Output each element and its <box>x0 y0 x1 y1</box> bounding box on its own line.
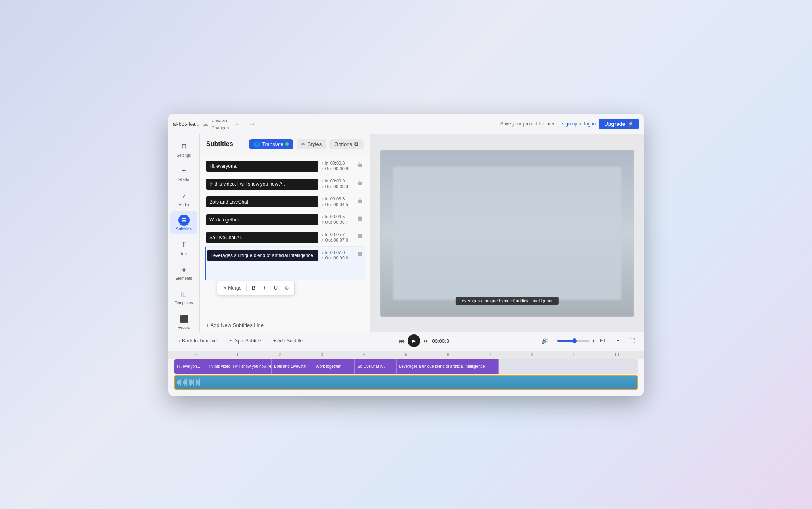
split-subtitle-button[interactable]: ✂ Split Subtitle <box>225 336 265 346</box>
timeline-tracks: Hi, everyon... In this video, I will sho… <box>168 359 644 390</box>
italic-button[interactable]: I <box>259 283 270 293</box>
delete-subtitle-4[interactable]: 🗑 <box>356 214 364 222</box>
wave-bar <box>199 378 200 386</box>
sidebar-item-media[interactable]: + Media <box>170 162 197 185</box>
styles-tab[interactable]: ✏ Styles <box>297 139 326 149</box>
time-in-3: 00:03.3 <box>330 196 345 201</box>
zoom-out-button[interactable]: − <box>552 338 555 344</box>
clip-6[interactable]: Leverages a unique blend of artificial i… <box>397 359 499 374</box>
sidebar-item-record[interactable]: ⬛ Record <box>170 310 197 332</box>
styles-label: Styles <box>308 141 322 147</box>
merge-button[interactable]: ✕ Merge <box>220 284 245 292</box>
unsaved-text: Unsaved Changes <box>211 118 229 130</box>
ruler-2: 2 <box>259 353 301 357</box>
delete-subtitle-5[interactable]: 🗑 <box>356 232 364 240</box>
translate-tab[interactable]: 🌐 Translate <box>249 139 293 149</box>
delete-subtitle-1[interactable]: 🗑 <box>356 161 364 169</box>
subtitle-text-4[interactable]: Work together. <box>206 214 318 225</box>
underline-button[interactable]: U <box>270 283 281 293</box>
skip-forward-button[interactable]: ⏭ <box>423 338 429 344</box>
translate-label: Translate <box>262 141 283 147</box>
time-out-3: 00:04.5 <box>333 202 348 207</box>
subtitle-timing-3: ↓In00:03.3 ↑Out00:04.5 <box>322 196 353 207</box>
subtitle-text-2[interactable]: In this video, I will show you how AI. <box>206 179 318 190</box>
time-in-5: 00:05.7 <box>330 232 345 237</box>
sidebar-label-text: Text <box>180 252 187 256</box>
volume-button[interactable]: 🔊 <box>541 338 548 344</box>
sidebar-item-audio[interactable]: ♪ Audio <box>170 187 197 210</box>
clip-2[interactable]: In this video, I will show you how AI. <box>207 359 272 374</box>
subtitle-text-5[interactable]: So LiveChat AI. <box>206 232 318 243</box>
translate-dot <box>285 142 289 146</box>
subtitle-text-6[interactable]: Leverages a unique blend of artificial i… <box>207 250 318 261</box>
sidebar-item-subtitles[interactable]: ☰ Subtitles <box>170 211 197 234</box>
add-subtitle-line-button[interactable]: + Add New Subtitles Line <box>200 318 370 332</box>
cloud-icon: ☁ <box>203 121 208 127</box>
delete-subtitle-2[interactable]: 🗑 <box>356 179 364 186</box>
audio-track[interactable] <box>174 375 638 390</box>
clip-5[interactable]: So LiveChat AI. <box>355 359 396 374</box>
play-button[interactable]: ▶ <box>408 334 420 347</box>
bold-button[interactable]: B <box>248 283 259 293</box>
waveform-button[interactable]: 〜 <box>611 335 622 346</box>
clip-4[interactable]: Work together. <box>313 359 355 374</box>
clip-1[interactable]: Hi, everyon... <box>174 359 207 374</box>
clip-3[interactable]: Bots and LiveChat. <box>272 359 313 374</box>
subtitle-item-2[interactable]: In this video, I will show you how AI. ↓… <box>205 175 365 193</box>
subtitle-item-3[interactable]: Bots and LiveChat. ↓In00:03.3 ↑Out00:04.… <box>205 193 365 211</box>
ruler-9: 9 <box>553 353 596 357</box>
emoji-button[interactable]: ☺ <box>282 283 292 293</box>
time-in-1: 00:00.3 <box>330 161 345 165</box>
panel-title: Subtitles <box>206 140 246 148</box>
add-subtitle-button[interactable]: + Add Subtitle <box>269 336 306 346</box>
zoom-in-button[interactable]: + <box>592 338 595 344</box>
app-window: ai-bot-live... ☁ Unsaved Changes ↩ ↪ Sav… <box>168 114 644 396</box>
sidebar-item-templates[interactable]: ⊞ Templates <box>170 285 197 308</box>
subtitle-text-3[interactable]: Bots and LiveChat. <box>206 196 318 207</box>
fit-button[interactable]: Fit <box>598 337 607 344</box>
skip-back-button[interactable]: ⏮ <box>399 338 404 344</box>
sidebar-label-settings: Settings <box>176 153 191 158</box>
subtitle-timing-4: ↓In00:04.5 ↑Out00:05.7 <box>322 214 353 225</box>
undo-button[interactable]: ↩ <box>232 118 243 129</box>
wave-bar <box>193 379 194 386</box>
ruler-8: 8 <box>511 353 553 357</box>
ruler-5: 5 <box>385 353 427 357</box>
delete-subtitle-6[interactable]: 🗑 <box>356 250 364 258</box>
subtitle-item-4[interactable]: Work together. ↓In00:04.5 ↑Out00:05.7 🗑 <box>205 211 365 229</box>
project-name: ai-bot-live... <box>173 121 199 127</box>
back-to-timeline-button[interactable]: ‹ Back to Timeline <box>174 336 221 346</box>
wave-bar <box>198 380 199 385</box>
upgrade-label: Upgrade <box>604 121 625 127</box>
text-icon: T <box>178 239 190 250</box>
redo-button[interactable]: ↪ <box>246 118 257 129</box>
ruler-7: 7 <box>469 353 511 357</box>
sidebar-item-elements[interactable]: ◈ Elements <box>170 261 197 284</box>
ruler-1: 1 <box>216 353 259 357</box>
subtitle-item-1[interactable]: Hi, everyone. ↓In00:00.3 ↑Out00:00.9 🗑 <box>205 158 365 175</box>
sidebar-label-record: Record <box>177 325 190 330</box>
subtitle-item-5[interactable]: So LiveChat AI. ↓In00:05.7 ↑Out00:07.0 🗑 <box>205 229 365 247</box>
delete-subtitle-3[interactable]: 🗑 <box>356 196 364 204</box>
subtitle-text-1[interactable]: Hi, everyone. <box>206 161 318 172</box>
fullscreen-button[interactable]: ⛶ <box>626 335 638 346</box>
sign-up-link[interactable]: sign up <box>562 121 578 127</box>
subtitle-timing-5: ↓In00:05.7 ↑Out00:07.0 <box>322 232 353 242</box>
subtitles-panel: Subtitles 🌐 Translate ✏ Styles Options ⚙ <box>200 134 370 332</box>
subtitle-item-6[interactable]: Leverages a unique blend of artificial i… <box>205 247 365 280</box>
upgrade-button[interactable]: Upgrade ⚡ <box>599 119 639 129</box>
time-out-5: 00:07.0 <box>333 238 348 242</box>
ruler-0: 0 <box>174 353 216 357</box>
top-bar-left: ai-bot-live... ☁ Unsaved Changes ↩ ↪ <box>173 117 497 131</box>
sidebar-item-settings[interactable]: ⚙ Settings <box>170 138 197 161</box>
settings-icon: ⚙ <box>178 141 190 152</box>
options-tab[interactable]: Options ⚙ <box>329 139 364 149</box>
main-layout: ⚙ Settings + Media ♪ Audio ☰ Subtitles T… <box>168 134 644 332</box>
time-out-6: 00:09.6 <box>333 255 348 260</box>
top-bar: ai-bot-live... ☁ Unsaved Changes ↩ ↪ Sav… <box>168 114 644 134</box>
wave-bar <box>196 379 197 386</box>
log-in-link[interactable]: log in <box>584 121 596 127</box>
zoom-slider-thumb[interactable] <box>572 338 577 343</box>
zoom-slider[interactable] <box>557 340 589 342</box>
sidebar-item-text[interactable]: T Text <box>170 236 197 259</box>
